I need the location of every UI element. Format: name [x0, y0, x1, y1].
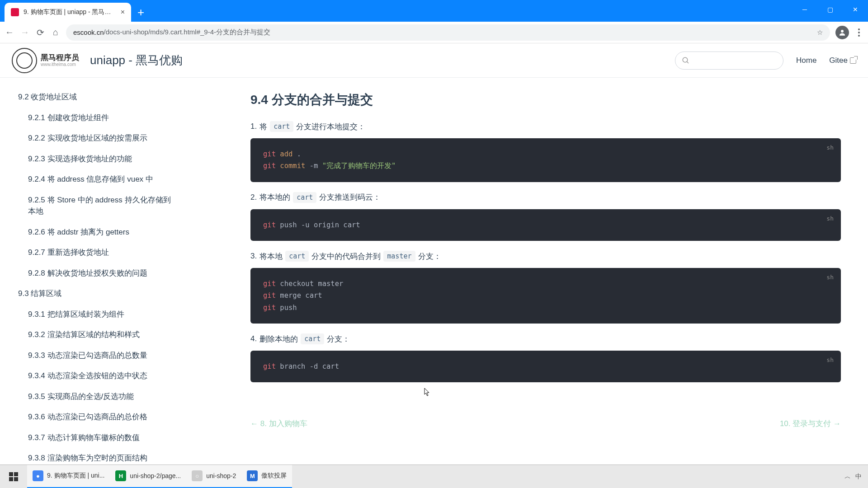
new-tab-button[interactable]: +	[137, 5, 144, 19]
taskbar-item[interactable]: ○uni-shop-2	[186, 465, 241, 488]
back-button[interactable]: ←	[5, 28, 14, 38]
minimize-button[interactable]: ─	[792, 0, 817, 19]
logo-icon	[12, 48, 37, 73]
code-block-2[interactable]: sh git push -u origin cart	[250, 209, 841, 241]
code-lang-label: sh	[826, 355, 834, 365]
svg-line-2	[687, 61, 689, 63]
sidebar-item[interactable]: 9.2.6 将 addstr 抽离为 getters	[0, 222, 192, 243]
url-input[interactable]: escook.cn/docs-uni-shop/mds/9.cart.html#…	[66, 24, 830, 41]
pager-prev[interactable]: ← 8. 加入购物车	[250, 418, 307, 429]
taskbar-item[interactable]: Huni-shop-2/page...	[110, 465, 186, 488]
sidebar-item[interactable]: 9.2.8 解决收货地址授权失败的问题	[0, 263, 192, 284]
site-logo[interactable]: 黑马程序员 www.itheima.com	[12, 48, 79, 73]
sidebar-item[interactable]: 9.2 收货地址区域	[0, 87, 192, 108]
code-block-4[interactable]: sh git branch -d cart	[250, 351, 841, 382]
mouse-cursor	[424, 388, 430, 397]
nav-gitee-label: Gitee	[829, 56, 848, 65]
taskbar-item-label: uni-shop-2/page...	[130, 472, 181, 479]
external-link-icon	[850, 57, 856, 64]
inline-code: cart	[285, 251, 309, 262]
step-1-text: 1. 将 cart 分支进行本地提交：	[250, 121, 841, 132]
sidebar-item[interactable]: 9.2.1 创建收货地址组件	[0, 108, 192, 128]
code-lang-label: sh	[826, 143, 834, 153]
code-lang-label: sh	[826, 214, 834, 224]
start-button[interactable]	[0, 472, 27, 481]
search-input[interactable]	[675, 52, 783, 70]
taskbar-item[interactable]: M傲软投屏	[241, 465, 292, 488]
svg-point-1	[683, 57, 688, 62]
sidebar-item[interactable]: 9.3.7 动态计算购物车徽标的数值	[0, 427, 192, 448]
forward-button[interactable]: →	[20, 28, 30, 38]
url-host: escook.cn	[73, 28, 104, 36]
browser-menu-button[interactable]	[854, 28, 863, 37]
nav-gitee-link[interactable]: Gitee	[829, 56, 856, 65]
code-block-3[interactable]: sh git checkout master git merge cart gi…	[250, 268, 841, 324]
sidebar-item[interactable]: 9.2.5 将 Store 中的 address 持久化存储到本地	[0, 190, 192, 222]
url-path: /docs-uni-shop/mds/9.cart.html#_9-4-分支的合…	[104, 28, 270, 37]
site-title: uniapp - 黑马优购	[90, 52, 183, 68]
page-heading: 9.4 分支的合并与提交	[250, 91, 841, 108]
taskbar-app-icon: M	[247, 470, 258, 481]
address-bar: ← → ⟳ ⌂ escook.cn/docs-uni-shop/mds/9.ca…	[0, 22, 868, 43]
taskbar-app-icon: ●	[33, 470, 43, 481]
sidebar-item[interactable]: 9.2.3 实现选择收货地址的功能	[0, 149, 192, 169]
profile-avatar[interactable]	[835, 26, 849, 39]
code-lang-label: sh	[826, 272, 834, 282]
browser-tab[interactable]: 9. 购物车页面 | uniapp - 黑马优... ×	[5, 3, 131, 22]
sidebar-item[interactable]: 9.3.3 动态渲染已勾选商品的总数量	[0, 345, 192, 366]
step-2-text: 2. 将本地的 cart 分支推送到码云：	[250, 192, 841, 203]
home-button[interactable]: ⌂	[51, 28, 61, 38]
bookmark-icon[interactable]: ☆	[817, 28, 823, 37]
tab-title: 9. 购物车页面 | uniapp - 黑马优...	[24, 8, 116, 16]
sidebar-item[interactable]: 9.3 结算区域	[0, 283, 192, 304]
sidebar-item[interactable]: 9.3.1 把结算区域封装为组件	[0, 304, 192, 325]
windows-logo-icon	[9, 472, 18, 481]
sidebar-item[interactable]: 9.3.4 动态渲染全选按钮的选中状态	[0, 366, 192, 386]
tray-ime-icon[interactable]: 中	[855, 473, 862, 481]
sidebar-item[interactable]: 9.3.6 动态渲染已勾选商品的总价格	[0, 407, 192, 427]
tray-chevron-icon[interactable]: ︿	[844, 473, 851, 481]
code-block-1[interactable]: sh git add . git commit -m "完成了购物车的开发"	[250, 138, 841, 182]
sidebar-item[interactable]: 9.2.7 重新选择收货地址	[0, 242, 192, 263]
step-3-text: 3. 将本地 cart 分支中的代码合并到 master 分支：	[250, 251, 841, 262]
sidebar[interactable]: 9.2 收货地址区域9.2.1 创建收货地址组件9.2.2 实现收货地址区域的按…	[0, 78, 192, 465]
pager-next[interactable]: 10. 登录与支付 →	[780, 418, 841, 429]
maximize-button[interactable]: ▢	[817, 0, 843, 19]
main-content: 9.4 分支的合并与提交 1. 将 cart 分支进行本地提交： sh git …	[192, 78, 868, 465]
taskbar-item-label: 9. 购物车页面 | uni...	[47, 472, 104, 480]
taskbar-item[interactable]: ●9. 购物车页面 | uni...	[27, 465, 110, 488]
tab-favicon	[11, 8, 19, 16]
reload-button[interactable]: ⟳	[35, 28, 45, 38]
tab-close-icon[interactable]: ×	[121, 8, 125, 16]
sidebar-item[interactable]: 9.2.4 将 address 信息存储到 vuex 中	[0, 169, 192, 190]
titlebar: 9. 购物车页面 | uniapp - 黑马优... × + ─ ▢ ✕	[0, 0, 868, 22]
close-button[interactable]: ✕	[843, 0, 868, 19]
taskbar-item-label: uni-shop-2	[206, 472, 236, 479]
taskbar: ●9. 购物车页面 | uni...Huni-shop-2/page...○un…	[0, 465, 868, 488]
taskbar-app-icon: H	[115, 470, 126, 481]
inline-code: cart	[293, 192, 316, 203]
sidebar-item[interactable]: 9.3.5 实现商品的全选/反选功能	[0, 386, 192, 407]
taskbar-item-label: 傲软投屏	[261, 472, 287, 480]
logo-text-en: www.itheima.com	[41, 62, 79, 67]
sidebar-item[interactable]: 9.3.2 渲染结算区域的结构和样式	[0, 324, 192, 345]
svg-point-0	[841, 30, 844, 33]
sidebar-item[interactable]: 9.2.2 实现收货地址区域的按需展示	[0, 128, 192, 149]
search-icon	[682, 56, 690, 65]
step-4-text: 4. 删除本地的 cart 分支：	[250, 333, 841, 344]
inline-code: cart	[301, 333, 324, 344]
sidebar-item[interactable]: 9.3.8 渲染购物车为空时的页面结构	[0, 448, 192, 465]
inline-code: master	[383, 251, 415, 262]
nav-home-link[interactable]: Home	[796, 56, 816, 65]
taskbar-app-icon: ○	[192, 470, 203, 481]
site-header: 黑马程序员 www.itheima.com uniapp - 黑马优购 Home…	[0, 43, 868, 78]
logo-text-cn: 黑马程序员	[41, 54, 79, 62]
inline-code: cart	[270, 121, 293, 132]
